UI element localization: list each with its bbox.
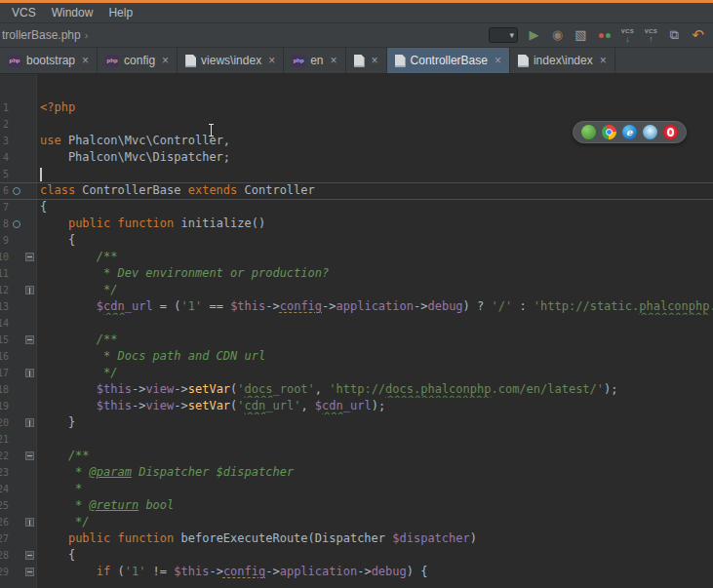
changes-icon[interactable]	[597, 27, 612, 43]
gutter-fold-cell	[23, 514, 36, 530]
fold-collapse-icon[interactable]	[25, 451, 34, 460]
code-text: $cdn_url = ('1' == $this->config->applic…	[36, 298, 713, 315]
code-line[interactable]: 16 * Docs path and CDN url	[0, 348, 713, 365]
tab-index\index[interactable]: index\index×	[510, 48, 615, 73]
breadcrumb-file[interactable]: trollerBase.php	[2, 28, 81, 42]
code-line[interactable]: 19 $this->view->setVar('cdn_url', $cdn_u…	[0, 398, 713, 414]
tab-ControllerBase[interactable]: ControllerBase×	[387, 48, 510, 73]
code-line[interactable]: 21	[0, 431, 713, 448]
close-icon[interactable]: ×	[82, 54, 89, 67]
fold-end-icon[interactable]	[25, 518, 34, 527]
token: ->	[174, 399, 187, 412]
code-line[interactable]: 14	[0, 315, 713, 332]
fold-end-icon[interactable]	[25, 369, 34, 377]
undo-icon[interactable]: ↶	[691, 27, 705, 43]
code-line[interactable]: 29 if ('1' != $this->config->application…	[0, 564, 713, 580]
token: initialize()	[174, 216, 265, 230]
code-line[interactable]: 10 /**	[0, 249, 713, 265]
fold-end-icon[interactable]	[25, 286, 34, 294]
opera-icon[interactable]	[663, 125, 678, 139]
vcs-commit-button[interactable]: VCS↑	[644, 27, 658, 43]
code-line[interactable]: 15 /**	[0, 332, 713, 348]
chrome-icon[interactable]	[602, 125, 616, 139]
code-line[interactable]: 12 */	[0, 282, 713, 298]
code-line[interactable]: 22 /**	[0, 448, 713, 464]
vcs-update-button[interactable]: VCS↓	[620, 27, 635, 43]
close-icon[interactable]: ×	[495, 54, 501, 67]
gutter-fold-cell	[23, 381, 36, 398]
code-line[interactable]: 24 *	[0, 481, 713, 497]
fold-collapse-icon[interactable]	[25, 335, 34, 344]
code-text: /**	[36, 332, 713, 348]
code-line[interactable]: 17 */	[0, 365, 713, 381]
close-icon[interactable]: ×	[331, 54, 337, 67]
gutter-fold-cell	[23, 216, 36, 232]
code-text: * Dev environment or production?	[36, 265, 713, 282]
run-button[interactable]: ▶	[527, 27, 541, 43]
line-number: 12	[0, 282, 9, 298]
gutter-mark-cell	[9, 398, 23, 414]
gutter-mark-cell	[9, 232, 23, 249]
token: ControllerBase	[75, 183, 188, 197]
code-line[interactable]: 7{	[0, 199, 713, 216]
diff-window-icon[interactable]: ⧉	[667, 27, 682, 43]
tab-config[interactable]: phpconfig×	[98, 48, 178, 73]
menu-item-vcs[interactable]: VCS	[4, 4, 44, 21]
token: '	[237, 399, 244, 412]
coverage-icon[interactable]: ▧	[574, 27, 588, 43]
code-line[interactable]: 27 public function beforeExecuteRoute(Di…	[0, 530, 713, 547]
tab-label: index\index	[534, 54, 593, 67]
code-line[interactable]: 26 */	[0, 514, 713, 530]
token: (	[110, 565, 124, 578]
fold-end-icon[interactable]	[25, 418, 34, 427]
code-line[interactable]: 18 $this->view->setVar('docs_root', 'htt…	[0, 381, 713, 398]
code-line[interactable]: 23 * @param Dispatcher $dispatcher	[0, 464, 713, 481]
fold-collapse-icon[interactable]	[25, 568, 34, 576]
php-file-icon: php	[292, 55, 305, 67]
fold-collapse-icon[interactable]	[25, 551, 34, 560]
token: :	[512, 299, 534, 313]
code-line[interactable]: 8 public function initialize()	[0, 216, 713, 232]
menu-item-help[interactable]: Help	[100, 4, 140, 21]
safari-icon[interactable]	[643, 125, 657, 139]
token: class	[40, 183, 75, 197]
gutter-mark-cell	[9, 249, 23, 265]
token: config	[223, 565, 265, 578]
code-line[interactable]: 6class ControllerBase extends Controller	[0, 182, 713, 199]
token: {	[40, 200, 47, 214]
code-line[interactable]: 1<?php	[0, 99, 713, 116]
code-line[interactable]: 9 {	[0, 232, 713, 249]
overridden-marker-icon[interactable]	[13, 187, 20, 195]
gutter-fold-cell	[23, 99, 36, 116]
fold-collapse-icon[interactable]	[25, 253, 34, 261]
overridden-marker-icon[interactable]	[13, 220, 20, 228]
run-config-dropdown[interactable]: ▾	[489, 27, 518, 43]
gutter-fold-cell	[23, 199, 36, 216]
tab-en[interactable]: phpen×	[284, 48, 345, 73]
editor[interactable]: 1<?php23use Phalcon\Mvc\Controller,4 Pha…	[0, 74, 713, 588]
token: config	[280, 299, 322, 313]
default-browser-icon[interactable]	[581, 125, 596, 139]
close-icon[interactable]: ×	[372, 54, 378, 67]
close-icon[interactable]: ×	[600, 54, 607, 67]
code-line[interactable]: 25 * @return bool	[0, 497, 713, 514]
tab-bootstrap[interactable]: phpbootstrap×	[0, 48, 98, 73]
token: ,	[315, 382, 329, 396]
debug-button[interactable]: ◉	[550, 27, 565, 43]
close-icon[interactable]: ×	[268, 54, 275, 67]
code-line[interactable]: 28 {	[0, 547, 713, 564]
gutter-fold-cell	[23, 315, 36, 332]
code-line[interactable]: 13 $cdn_url = ('1' == $this->config->app…	[0, 298, 713, 315]
ie-icon[interactable]	[622, 125, 637, 139]
close-icon[interactable]: ×	[162, 54, 169, 67]
tab-views\index[interactable]: views\index×	[178, 48, 284, 73]
code-line[interactable]: 20 }	[0, 414, 713, 431]
code-text: $this->view->setVar('cdn_url', $cdn_url)…	[36, 398, 713, 414]
breadcrumb[interactable]: trollerBase.php ›	[2, 28, 88, 42]
tab-untitled[interactable]: ×	[346, 48, 387, 73]
menu-item-window[interactable]: Window	[44, 4, 101, 21]
token: ->	[132, 399, 145, 412]
code-line[interactable]: 5	[0, 166, 713, 182]
code-line[interactable]: 11 * Dev environment or production?	[0, 265, 713, 282]
code-line[interactable]: 4 Phalcon\Mvc\Dispatcher;	[0, 149, 713, 166]
